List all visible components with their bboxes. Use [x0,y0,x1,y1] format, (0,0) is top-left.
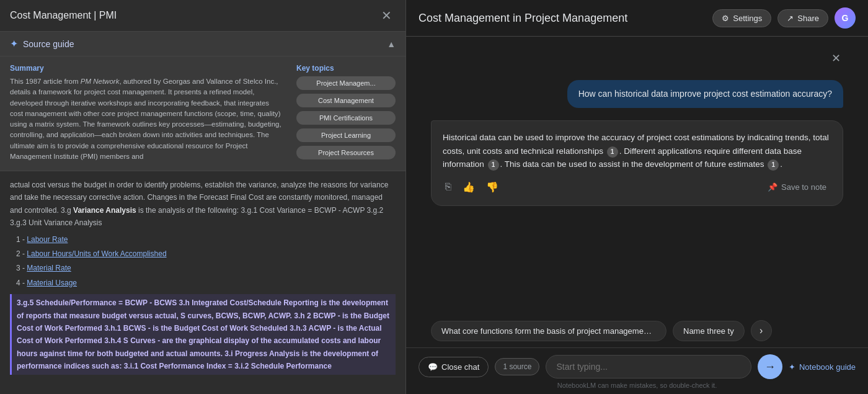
pin-icon: 📌 [768,182,777,192]
disclaimer-text: NotebookLM can make mistakes, so double-… [418,379,856,390]
chat-input-row: 💬 Close chat 1 source → ✦ Notebook guide [418,354,856,379]
ai-message-row: Historical data can be used to improve t… [431,120,843,206]
save-note-button[interactable]: 📌 Save to note [763,180,831,194]
thumbs-up-button[interactable]: 👍 [460,179,477,195]
list-link-4[interactable]: Material Usage [27,279,77,287]
summary-text: This 1987 article from PM Network, autho… [10,76,284,162]
left-panel-close-button[interactable]: ✕ [377,6,396,25]
share-button[interactable]: ↗ Share [777,9,828,27]
save-note-label: Save to note [781,182,826,192]
user-message-row: How can historical data improve project … [431,80,843,108]
citation-1[interactable]: 1 [607,146,618,158]
document-scroll-area[interactable]: actual cost versus the budget in order t… [0,171,405,394]
header-actions: ⚙ Settings ↗ Share G [712,7,856,29]
ai-message-actions: ⎘ 👍 👎 📌 Save to note [443,179,831,195]
suggestions-row: What core functions form the basis of pr… [406,320,868,347]
ai-message-bubble: Historical data can be used to improve t… [431,120,843,206]
list-link-1[interactable]: Labour Rate [27,235,68,244]
citation-2[interactable]: 1 [488,159,499,171]
list-item-4: 4 - Material Usage [16,277,396,289]
topic-chip-3[interactable]: Project Learning [296,128,396,142]
source-badge: 1 source [495,358,539,375]
left-panel: Cost Management | PMI ✕ ✦ Source guide ▲… [0,0,406,394]
close-chat-label: Close chat [441,362,479,372]
message-icon: 💬 [428,362,438,372]
doc-para-1: actual cost versus the budget in order t… [10,179,396,230]
suggestion-chip-0[interactable]: What core functions form the basis of pr… [431,321,666,341]
user-message: How can historical data improve project … [567,80,843,108]
notebook-guide-icon: ✦ [789,362,795,372]
source-guide-chevron-icon: ▲ [387,39,396,49]
settings-button[interactable]: ⚙ Settings [712,9,771,27]
list-item-3: 3 - Material Rate [16,262,396,274]
list-item-2: 2 - Labour Hours/Units of Work Accomplis… [16,248,396,260]
share-icon: ↗ [787,14,794,23]
citation-3[interactable]: 1 [768,159,779,171]
chat-input-bar: 💬 Close chat 1 source → ✦ Notebook guide… [406,347,868,394]
thumbs-down-button[interactable]: 👎 [484,179,501,195]
settings-label: Settings [733,14,762,23]
suggestions-arrow[interactable]: › [751,320,772,341]
right-header: Cost Management in Project Management ⚙ … [406,0,868,37]
document-content: actual cost versus the budget in order t… [10,179,396,375]
key-topics-section: Key topics Project Managem... Cost Manag… [296,64,396,163]
gear-icon: ⚙ [722,14,729,23]
numbered-list: 1 - Labour Rate 2 - Labour Hours/Units o… [10,233,396,290]
list-item-1: 1 - Labour Rate [16,233,396,246]
source-guide-label: Source guide [23,39,74,49]
notebook-guide-button[interactable]: ✦ Notebook guide [789,362,856,372]
topic-chip-1[interactable]: Cost Management [296,94,396,107]
topic-chip-2[interactable]: PMI Certifications [296,111,396,125]
list-link-3[interactable]: Material Rate [27,264,71,272]
sparkle-icon: ✦ [10,38,18,50]
right-panel-title: Cost Management in Project Management [418,12,627,25]
send-icon: → [764,360,776,374]
summary-section: Summary This 1987 article from PM Networ… [10,64,284,163]
share-label: Share [797,14,819,23]
thumbs-up-icon: 👍 [463,182,475,192]
source-guide-header[interactable]: ✦ Source guide ▲ [0,32,405,56]
chat-input-field[interactable] [546,355,751,378]
chat-area[interactable]: ✕ How can historical data improve projec… [406,37,868,320]
suggestion-chip-1[interactable]: Name three ty [673,321,745,341]
summary-label: Summary [10,64,284,73]
notebook-guide-label: Notebook guide [799,362,856,372]
key-topics-label: Key topics [296,64,396,73]
doc-highlight-block: 3.g.5 Schedule/Performance = BCWP - BCWS… [10,294,396,375]
copy-icon: ⎘ [445,181,451,192]
thumbs-down-icon: 👎 [486,182,498,192]
send-button[interactable]: → [758,354,782,379]
topic-chip-0[interactable]: Project Managem... [296,76,396,90]
source-guide-content: Summary This 1987 article from PM Networ… [0,56,405,171]
avatar[interactable]: G [835,7,856,29]
source-guide-title-row: ✦ Source guide [10,38,74,50]
right-panel: Cost Management in Project Management ⚙ … [406,0,868,394]
chat-close-button[interactable]: ✕ [829,49,843,68]
ai-message-text: Historical data can be used to improve t… [443,131,831,171]
left-panel-title: Cost Management | PMI [10,10,117,21]
copy-button[interactable]: ⎘ [443,179,454,195]
ai-action-left: ⎘ 👍 👎 [443,179,501,195]
left-panel-header: Cost Management | PMI ✕ [0,0,405,32]
topic-chip-4[interactable]: Project Resources [296,146,396,159]
close-chat-button[interactable]: 💬 Close chat [418,357,489,377]
list-link-2[interactable]: Labour Hours/Units of Work Accomplished [27,249,166,258]
